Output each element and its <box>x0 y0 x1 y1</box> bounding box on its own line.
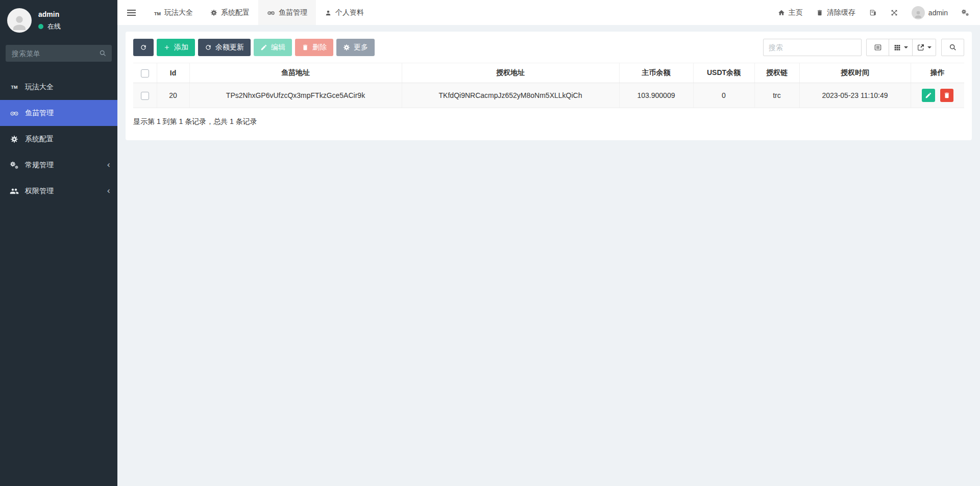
balance-update-label: 余额更新 <box>215 43 244 52</box>
trademark-icon: TM <box>8 85 20 90</box>
trademark-icon: TM <box>154 9 161 17</box>
search-icon <box>949 43 957 52</box>
clear-cache-link[interactable]: 清除缓存 <box>810 0 862 25</box>
table-row: 20 TPs2NhxGP6vUfzcQx3mpFTkzGce5ACir9k TK… <box>133 83 964 108</box>
pencil-icon <box>925 92 932 99</box>
sidebar-username: admin <box>38 10 61 18</box>
cell-auth-time: 2023-05-23 11:10:49 <box>799 83 911 108</box>
binoculars-icon <box>8 109 20 118</box>
avatar[interactable] <box>7 8 32 33</box>
advanced-search-button[interactable] <box>941 39 964 56</box>
chevron-left-icon: ‹ <box>107 187 110 195</box>
list-view-icon <box>874 43 882 52</box>
col-main-balance: 主币余额 <box>619 63 693 83</box>
edit-button[interactable]: 编辑 <box>254 39 292 56</box>
content-area: 添加 余额更新 编辑 删除 更多 <box>117 25 980 486</box>
sidebar-item-label: 玩法大全 <box>25 83 54 92</box>
balance-update-button[interactable]: 余额更新 <box>198 39 251 56</box>
plus-icon <box>163 44 170 51</box>
toolbar-right <box>763 39 964 56</box>
users-icon <box>8 187 20 196</box>
toggle-view-button[interactable] <box>866 39 889 56</box>
sidebar-item-wanfa[interactable]: TM 玩法大全 <box>0 74 117 100</box>
delete-label: 删除 <box>312 43 327 52</box>
toolbar: 添加 余额更新 编辑 删除 更多 <box>133 39 964 56</box>
trash-icon <box>943 92 950 99</box>
gear-icon <box>210 9 217 16</box>
user-status-label: 在线 <box>47 22 61 31</box>
cell-seed-address: TPs2NhxGP6vUfzcQx3mpFTkzGce5ACir9k <box>189 83 402 108</box>
cell-actions <box>911 83 964 108</box>
main-area: TM 玩法大全 系统配置 鱼苗管理 个人资料 主页 清 <box>117 0 980 486</box>
language-switcher[interactable] <box>862 0 884 25</box>
gear-icon <box>343 44 350 51</box>
export-icon <box>917 43 925 52</box>
sidebar-item-label: 常规管理 <box>25 161 54 170</box>
sidebar-item-label: 权限管理 <box>25 187 54 196</box>
sidebar-item-permission-manage[interactable]: 权限管理 ‹ <box>0 178 117 204</box>
delete-button[interactable]: 删除 <box>295 39 333 56</box>
home-label: 主页 <box>789 8 803 17</box>
col-id: Id <box>157 63 189 83</box>
table-search-input[interactable] <box>763 39 862 56</box>
view-button-group <box>866 39 936 56</box>
data-table: Id 鱼苗地址 授权地址 主币余额 USDT余额 授权链 授权时间 操作 20 <box>133 63 964 108</box>
tab-label: 系统配置 <box>221 8 250 17</box>
row-checkbox[interactable] <box>141 92 149 100</box>
menu-search-input[interactable] <box>6 45 112 62</box>
trash-icon <box>302 44 309 51</box>
cell-chain: trc <box>754 83 799 108</box>
tab-system-config[interactable]: 系统配置 <box>202 0 258 25</box>
sidebar-toggle-button[interactable] <box>117 0 145 25</box>
nav-tabs: TM 玩法大全 系统配置 鱼苗管理 个人资料 <box>145 0 373 25</box>
col-usdt-balance: USDT余额 <box>693 63 754 83</box>
clear-cache-label: 清除缓存 <box>827 8 855 17</box>
edit-label: 编辑 <box>271 43 285 52</box>
sidebar-item-yumiao[interactable]: 鱼苗管理 <box>0 100 117 126</box>
sidebar-item-general-manage[interactable]: 常规管理 ‹ <box>0 152 117 178</box>
refresh-icon <box>140 44 147 51</box>
binoculars-icon <box>267 9 275 17</box>
top-navbar: TM 玩法大全 系统配置 鱼苗管理 个人资料 主页 清 <box>117 0 980 25</box>
tab-yumiao[interactable]: 鱼苗管理 <box>258 0 316 25</box>
sidebar-item-label: 鱼苗管理 <box>25 109 54 118</box>
fullscreen-button[interactable] <box>884 0 905 25</box>
cell-main-balance: 103.900009 <box>619 83 693 108</box>
navbar-right: 主页 清除缓存 admin <box>771 0 980 25</box>
person-icon <box>913 9 923 19</box>
export-button[interactable] <box>912 39 936 56</box>
user-menu[interactable]: admin <box>905 0 954 25</box>
home-icon <box>778 9 785 16</box>
search-icon <box>99 49 107 57</box>
cogs-icon <box>8 161 20 170</box>
tab-label: 鱼苗管理 <box>279 8 307 17</box>
chevron-left-icon: ‹ <box>107 161 110 169</box>
add-button[interactable]: 添加 <box>157 39 195 56</box>
cell-auth-address: TKfdQi9NRCacmpJz652yM8oNm5XLLkQiCh <box>402 83 619 108</box>
user-icon <box>325 9 332 16</box>
add-label: 添加 <box>174 43 188 52</box>
settings-menu[interactable] <box>954 0 976 25</box>
tab-label: 玩法大全 <box>164 8 193 17</box>
cell-usdt-balance: 0 <box>693 83 754 108</box>
avatar <box>912 6 925 19</box>
sidebar-item-system-config[interactable]: 系统配置 <box>0 126 117 152</box>
navbar-username: admin <box>928 9 948 17</box>
home-link[interactable]: 主页 <box>771 0 810 25</box>
cogs-icon <box>961 9 969 17</box>
user-panel: admin 在线 <box>0 0 117 38</box>
refresh-button[interactable] <box>133 39 154 56</box>
caret-down-icon <box>927 46 932 48</box>
sidebar: admin 在线 TM 玩法大全 鱼苗管理 系统配置 常规管理 ‹ <box>0 0 117 486</box>
sidebar-item-label: 系统配置 <box>25 135 54 144</box>
tab-wanfa[interactable]: TM 玩法大全 <box>145 0 202 25</box>
col-seed-address: 鱼苗地址 <box>189 63 402 83</box>
more-button[interactable]: 更多 <box>336 39 375 56</box>
row-edit-button[interactable] <box>922 89 935 102</box>
columns-button[interactable] <box>889 39 913 56</box>
row-delete-button[interactable] <box>940 89 953 102</box>
pencil-icon <box>260 44 267 51</box>
select-all-checkbox[interactable] <box>141 69 149 78</box>
tab-profile[interactable]: 个人资料 <box>316 0 373 25</box>
col-auth-time: 授权时间 <box>799 63 911 83</box>
